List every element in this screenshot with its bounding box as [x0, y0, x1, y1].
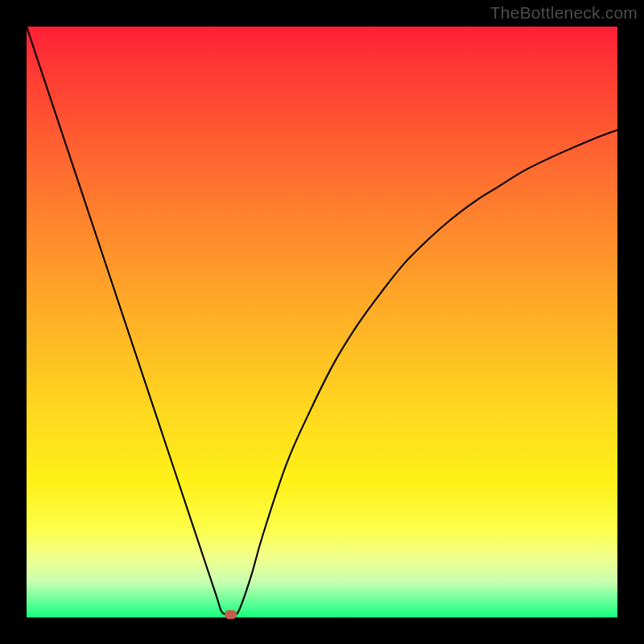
plot-area: [27, 27, 617, 617]
minimum-marker: [225, 610, 237, 619]
bottleneck-curve: [27, 27, 617, 615]
chart-frame: TheBottleneck.com: [0, 0, 644, 644]
curve-svg: [27, 27, 617, 617]
watermark-text: TheBottleneck.com: [490, 3, 638, 23]
